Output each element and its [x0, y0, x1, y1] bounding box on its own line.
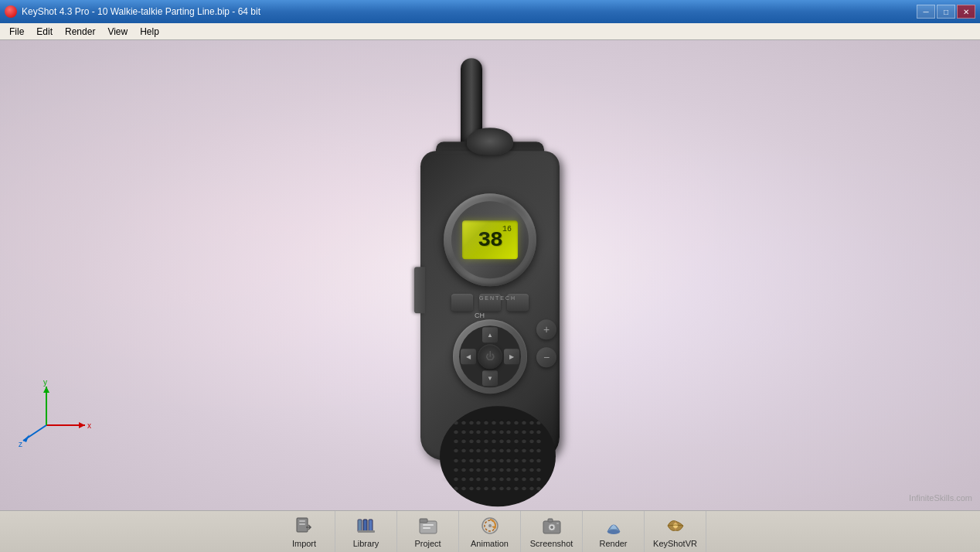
walkie-talkie-model: 38 16 GENTECH CH: [413, 58, 567, 475]
display-ring: 38 16: [444, 193, 536, 286]
toolbar-keyshotvr[interactable]: KeyShotVR: [645, 511, 706, 553]
speaker-dot: [492, 429, 496, 434]
speaker-dot: [499, 420, 504, 424]
speaker-dot: [499, 429, 504, 434]
toolbar-library[interactable]: Library: [335, 511, 397, 553]
titlebar-left: KeyShot 4.3 Pro - 10 Walkie-talkie Parti…: [5, 5, 260, 18]
display-number: 38: [478, 228, 502, 252]
svg-rect-15: [358, 530, 375, 533]
speaker-dot: [529, 486, 534, 490]
svg-text:y: y: [43, 379, 47, 387]
speaker-dot: [522, 486, 526, 490]
speaker-dot: [536, 486, 541, 490]
speaker-dot: [506, 420, 511, 424]
viewport[interactable]: 38 16 GENTECH CH: [0, 40, 980, 510]
speaker-dot: [536, 458, 541, 462]
toolbar-animation[interactable]: Animation: [459, 511, 521, 553]
speaker-dots: [447, 414, 548, 499]
toolbar-screenshot[interactable]: Screenshot: [521, 511, 583, 553]
speaker-dot: [514, 467, 519, 472]
svg-rect-18: [423, 524, 434, 526]
speaker-dot: [476, 448, 481, 453]
speaker-dot: [536, 420, 541, 424]
speaker-dot: [522, 438, 526, 443]
body-main: 38 16 GENTECH CH: [420, 151, 560, 460]
display-inner-ring: 38 16: [451, 201, 529, 278]
toolbar-import[interactable]: Import: [274, 511, 335, 553]
restore-button[interactable]: □: [937, 5, 955, 19]
speaker-dot: [529, 467, 534, 472]
menu-edit[interactable]: Edit: [30, 25, 59, 39]
svg-rect-12: [358, 520, 362, 532]
nav-up-btn[interactable]: ▲: [482, 327, 498, 342]
brand-label: GENTECH: [463, 291, 533, 304]
speaker-dot: [514, 476, 519, 481]
svg-point-29: [607, 530, 620, 534]
minimize-button[interactable]: ─: [917, 5, 935, 19]
speaker-dot: [499, 467, 504, 472]
close-button[interactable]: ✕: [957, 5, 975, 19]
library-icon: [356, 515, 377, 537]
nav-right-btn[interactable]: ▶: [504, 349, 519, 364]
toolbar-project[interactable]: Project: [397, 511, 459, 553]
menubar: File Edit Render View Help: [0, 23, 980, 40]
speaker-dot: [522, 476, 526, 481]
svg-rect-17: [420, 519, 427, 523]
speaker-dot: [492, 420, 496, 424]
watermark: InfiniteSkills.com: [909, 493, 972, 503]
speaker-dot: [454, 429, 458, 434]
svg-point-30: [673, 523, 678, 528]
speaker-dot: [469, 486, 474, 490]
pm-buttons: + −: [536, 319, 556, 367]
speaker-dot: [492, 467, 496, 472]
speaker-dot: [469, 458, 474, 462]
nav-down-btn[interactable]: ▼: [482, 370, 498, 386]
ch-label: CH: [475, 312, 485, 319]
menu-render[interactable]: Render: [59, 25, 101, 39]
ptt-button: [414, 267, 425, 313]
import-icon: [294, 515, 315, 537]
speaker-dot: [514, 486, 519, 490]
animation-icon: [479, 515, 501, 537]
minus-button[interactable]: −: [536, 347, 556, 367]
menu-view[interactable]: View: [101, 25, 134, 39]
svg-rect-13: [363, 520, 367, 532]
speaker-dot: [499, 476, 504, 481]
plus-button[interactable]: +: [536, 319, 556, 339]
display-sub: 16: [502, 225, 512, 233]
speaker-dot: [469, 467, 474, 472]
speaker-dot: [529, 448, 534, 453]
toolbar-render[interactable]: Render: [583, 511, 645, 553]
keyshotvr-label: KeyShotVR: [653, 539, 697, 548]
speaker-dot: [476, 476, 481, 481]
project-icon: [417, 515, 439, 537]
speaker-dot: [484, 476, 488, 481]
speaker-dot: [454, 420, 458, 424]
speaker-dot: [536, 438, 541, 443]
speaker-dot: [476, 486, 481, 490]
top-knob: [467, 128, 513, 155]
svg-rect-19: [423, 527, 430, 529]
render-label: Render: [599, 539, 627, 548]
speaker-dot: [454, 476, 458, 481]
speaker-dot: [469, 448, 474, 453]
speaker-dot: [506, 476, 511, 481]
nav-btns: ▲ ▼ ◀ ▶ ⏻: [459, 325, 521, 387]
svg-marker-5: [23, 434, 29, 442]
app-icon: [5, 5, 17, 18]
screenshot-icon: [541, 515, 563, 537]
menu-help[interactable]: Help: [134, 25, 165, 39]
speaker-dot: [461, 476, 466, 481]
menu-file[interactable]: File: [3, 25, 30, 39]
speaker-dot: [522, 420, 526, 424]
speaker-dot: [469, 438, 474, 443]
speaker-dot: [506, 467, 511, 472]
speaker-dot: [476, 458, 481, 462]
speaker-dot: [484, 458, 488, 462]
svg-rect-14: [369, 520, 373, 532]
power-button[interactable]: ⏻: [478, 344, 502, 369]
animation-label: Animation: [471, 539, 509, 548]
speaker-area: [440, 406, 556, 506]
nav-left-btn[interactable]: ◀: [461, 349, 476, 364]
speaker-dot: [484, 429, 488, 434]
